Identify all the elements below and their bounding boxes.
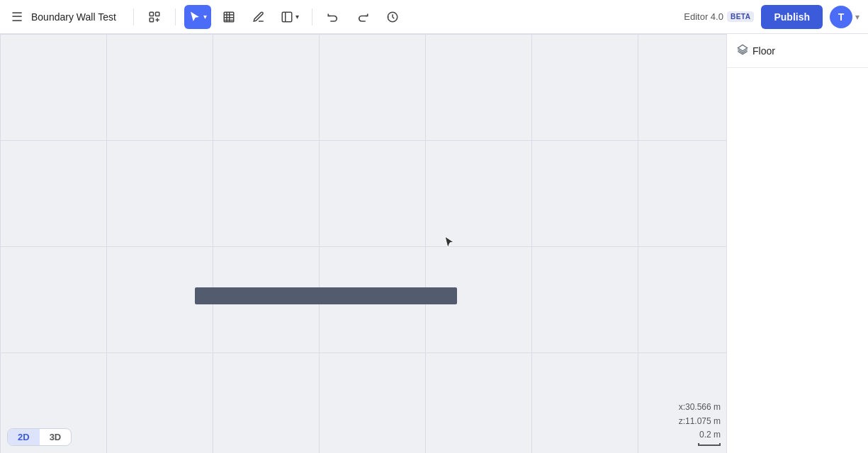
beta-badge: BETA [727,11,754,22]
texture-tool-button[interactable] [217,5,241,29]
coord-scale: 0.2 m [679,428,721,442]
editor-badge: Editor 4.0 BETA [684,11,754,22]
add-tool-button[interactable] [142,5,167,29]
panel-title: Floor [753,45,775,57]
add-icon [148,11,161,23]
pen-icon [252,11,265,23]
main-layout: x:30.566 m z:11.075 m 0.2 m 2D 3D Floor [0,34,868,453]
svg-rect-11 [282,12,292,22]
view-2d-button[interactable]: 2D [8,429,40,445]
wall-object[interactable] [195,287,457,304]
svg-rect-0 [150,12,153,16]
pen-tool-button[interactable] [247,5,271,29]
redo-button[interactable] [351,5,375,29]
project-title: Boundary Wall Test [31,11,116,23]
select-tool-button[interactable]: ▾ [184,5,211,29]
user-avatar[interactable]: T [830,6,852,28]
toolbar-divider-1 [133,8,134,25]
coords-display: x:30.566 m z:11.075 m 0.2 m [679,401,721,446]
avatar-chevron-icon[interactable]: ▾ [855,12,859,22]
canvas-grid [0,34,726,453]
toolbar: ☰ Boundary Wall Test ▾ [0,0,868,34]
undo-icon [327,11,339,23]
select-icon [188,11,201,23]
view-dropdown-arrow: ▾ [295,13,299,21]
undo-button[interactable] [321,5,345,29]
publish-button[interactable]: Publish [761,5,823,29]
redo-icon [356,11,369,23]
svg-rect-1 [155,12,159,16]
select-dropdown-arrow: ▾ [203,13,207,21]
editor-label: Editor 4.0 [684,11,723,22]
texture-icon [222,11,235,23]
view-icon [281,11,293,23]
view-mode-buttons: 2D 3D [7,428,72,446]
toolbar-divider-2 [175,8,176,25]
canvas-area[interactable]: x:30.566 m z:11.075 m 0.2 m 2D 3D [0,34,726,453]
coord-z: z:11.075 m [679,415,721,428]
layers-icon [737,44,748,57]
history-button[interactable] [381,5,405,29]
history-icon [386,11,399,23]
panel-header: Floor [727,34,868,68]
scale-bar [698,443,721,446]
coord-x: x:30.566 m [679,401,721,414]
right-panel: Floor [726,34,868,453]
view-tool-button[interactable]: ▾ [276,5,303,29]
toolbar-divider-3 [312,8,312,25]
view-3d-button[interactable]: 3D [40,429,72,445]
svg-rect-2 [150,18,153,21]
header-right: Editor 4.0 BETA Publish T ▾ [684,5,859,29]
menu-icon[interactable]: ☰ [9,6,26,28]
